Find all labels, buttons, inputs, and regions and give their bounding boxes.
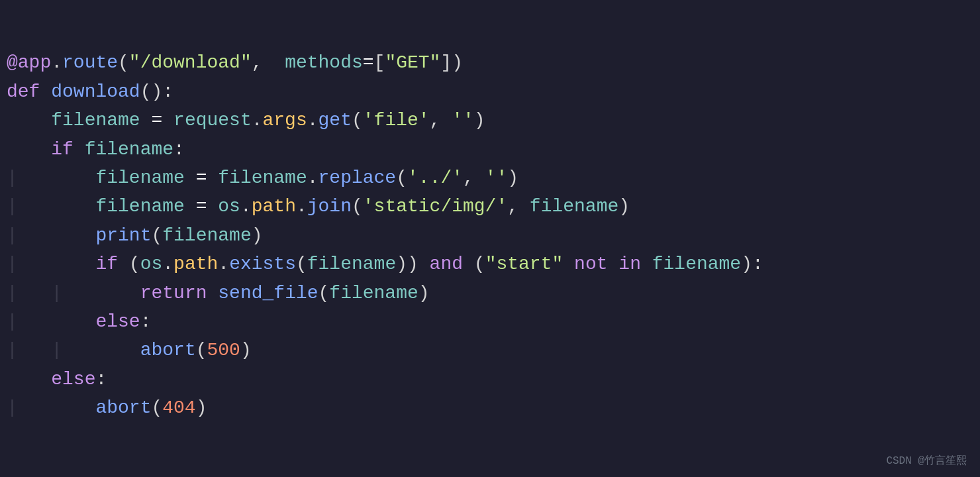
line-10: | else: (7, 311, 151, 332)
line-11: | | abort(500) (7, 340, 252, 360)
line-8: | if (os.path.exists(filename)) and ("st… (7, 254, 763, 274)
line-5: | filename = filename.replace('../', '') (7, 168, 518, 188)
line-13: | abort(404) (7, 398, 207, 418)
line-3: filename = request.args.get('file', '') (7, 110, 485, 131)
line-2: def download(): (7, 81, 173, 102)
line-9: | | return send_file(filename) (7, 283, 430, 303)
line-7: | print(filename) (7, 225, 263, 246)
line-1: @app.route("/download", methods=["GET"]) (7, 52, 463, 73)
line-12: else: (7, 369, 107, 390)
code-block: @app.route("/download", methods=["GET"])… (7, 20, 967, 422)
watermark: CSDN @竹言笙熙 (886, 454, 967, 468)
line-4: if filename: (7, 139, 185, 160)
line-6: | filename = os.path.join('static/img/',… (7, 196, 630, 217)
code-container: @app.route("/download", methods=["GET"])… (0, 0, 980, 477)
